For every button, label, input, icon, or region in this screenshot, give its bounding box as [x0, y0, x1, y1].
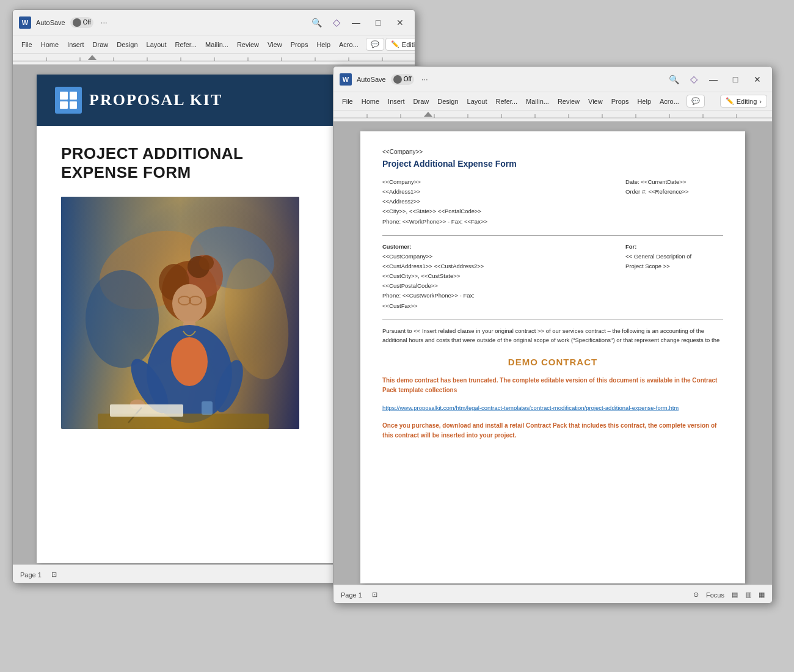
- order-line: Order #: <<Reference>>: [625, 187, 723, 197]
- demo-link[interactable]: https://www.proposalkit.com/htm/legal-co…: [382, 404, 723, 412]
- focus-icon-front[interactable]: ⊙: [693, 591, 699, 599]
- word-window-front: W AutoSave Off ··· 🔍 ◇ — □ ✕ File Home I…: [333, 66, 773, 604]
- svg-rect-37: [110, 404, 183, 417]
- menu-home-back[interactable]: Home: [37, 39, 62, 50]
- svg-rect-40: [333, 111, 772, 122]
- comment-btn-back[interactable]: 💬: [366, 38, 384, 51]
- layout-icon-2-front[interactable]: ▥: [745, 591, 751, 599]
- toggle-state-front: Off: [404, 76, 412, 82]
- status-right-front: ⊙ Focus ▤ ▥ ▦: [693, 591, 765, 599]
- menu-acro-back[interactable]: Acro...: [335, 39, 362, 50]
- cover-title: Project Additional Expense Form: [61, 144, 366, 182]
- menu-acro-front[interactable]: Acro...: [656, 96, 683, 107]
- logo-cell-4: [70, 101, 78, 109]
- close-btn-front[interactable]: ✕: [749, 73, 766, 86]
- menu-props-front[interactable]: Props: [608, 96, 633, 107]
- menu-design-front[interactable]: Design: [434, 96, 462, 107]
- logo-cell-1: [60, 92, 68, 100]
- focus-label-front: Focus: [706, 591, 724, 599]
- logo-icon: [55, 87, 82, 114]
- doc-page-front: <<Company>> Project Additional Expense F…: [360, 131, 745, 583]
- cust-postal: <<CustPostalCode>>: [382, 281, 601, 291]
- ruler-front: [333, 111, 772, 122]
- layout-icon-1-front[interactable]: ▤: [732, 591, 738, 599]
- menu-help-back[interactable]: Help: [313, 39, 334, 50]
- menu-draw-back[interactable]: Draw: [89, 39, 112, 50]
- date-line: Date: <<CurrentDate>>: [625, 177, 723, 187]
- menu-draw-front[interactable]: Draw: [410, 96, 433, 107]
- editing-label-front: Editing: [737, 98, 757, 105]
- menu-insert-back[interactable]: Insert: [64, 39, 88, 50]
- search-icon-front[interactable]: 🔍: [669, 75, 679, 84]
- autosave-toggle-back[interactable]: Off: [70, 17, 93, 28]
- status-bar-front: Page 1 ⊡ ⊙ Focus ▤ ▥ ▦: [333, 585, 772, 604]
- menu-file-front[interactable]: File: [338, 96, 357, 107]
- diamond-icon-back: ◇: [333, 16, 340, 28]
- logo-cell-3: [60, 101, 68, 109]
- doc-area-front: <<Company>> Project Additional Expense F…: [333, 122, 772, 585]
- chevron-editing-front: ›: [759, 98, 762, 105]
- editing-btn-front[interactable]: ✏️ Editing ›: [720, 95, 767, 108]
- status-icon-1-back[interactable]: ⊡: [51, 571, 57, 579]
- doc-info-grid: <<Company>> <<Address1>> <<Address2>> <<…: [382, 177, 723, 227]
- for-value-2: Project Scope >>: [625, 261, 723, 271]
- toggle-dot-back: [73, 18, 81, 27]
- menu-mail-back[interactable]: Mailin...: [202, 39, 232, 50]
- logo-grid: [60, 92, 77, 109]
- autosave-label-front: AutoSave: [357, 76, 386, 83]
- svg-point-32: [171, 337, 208, 386]
- cover-illustration: [61, 197, 299, 429]
- layout-icon-3-front[interactable]: ▦: [759, 591, 765, 599]
- toggle-dot-front: [393, 75, 402, 84]
- comment-btn-front[interactable]: 💬: [687, 95, 705, 108]
- menu-home-front[interactable]: Home: [358, 96, 383, 107]
- autosave-label-back: AutoSave: [36, 19, 65, 26]
- maximize-btn-back[interactable]: □: [370, 16, 387, 29]
- logo-cell-2: [70, 92, 78, 100]
- search-icon-back[interactable]: 🔍: [311, 18, 322, 27]
- cust-company: <<CustCompany>>: [382, 252, 601, 261]
- editing-btn-back[interactable]: ✏️ Editing ›: [385, 38, 415, 51]
- minimize-btn-back[interactable]: —: [348, 16, 365, 29]
- cover-title-line2: Expense Form: [61, 163, 366, 182]
- autosave-toggle-front[interactable]: Off: [391, 74, 414, 85]
- menu-help-front[interactable]: Help: [633, 96, 655, 107]
- doc-form-title: Project Additional Expense Form: [382, 159, 723, 169]
- menu-view-front[interactable]: View: [585, 96, 606, 107]
- menu-bar-back: File Home Insert Draw Design Layout Refe…: [13, 35, 415, 54]
- menu-refer-front[interactable]: Refer...: [492, 96, 521, 107]
- page-label-back: Page 1: [20, 571, 42, 579]
- minimize-btn-front[interactable]: —: [705, 73, 722, 86]
- demo-contract-title: DEMO CONTRACT: [382, 357, 723, 367]
- pencil-icon-front: ✏️: [726, 97, 734, 105]
- for-value: << General Description of: [625, 252, 723, 261]
- menu-file-back[interactable]: File: [18, 39, 36, 50]
- menu-review-front[interactable]: Review: [554, 96, 583, 107]
- cover-image: [61, 197, 299, 429]
- menu-refer-back[interactable]: Refer...: [172, 39, 200, 50]
- maximize-btn-front[interactable]: □: [727, 73, 744, 86]
- close-btn-back[interactable]: ✕: [392, 16, 409, 29]
- phone-fax-line: Phone: <<WorkPhone>> - Fax: <<Fax>>: [382, 217, 601, 227]
- order-value: <<Reference>>: [649, 188, 689, 195]
- word-icon-back: W: [19, 16, 31, 29]
- menu-layout-front[interactable]: Layout: [464, 96, 491, 107]
- menu-review-back[interactable]: Review: [233, 39, 263, 50]
- page-label-front: Page 1: [341, 591, 362, 599]
- expand-back[interactable]: ···: [101, 18, 107, 27]
- menu-view-back[interactable]: View: [264, 39, 286, 50]
- menu-props-back[interactable]: Props: [287, 39, 312, 50]
- menu-insert-front[interactable]: Insert: [384, 96, 409, 107]
- svg-rect-0: [13, 54, 415, 65]
- doc-paragraph: Pursuant to << Insert related clause in …: [382, 326, 723, 345]
- date-value: <<CurrentDate>>: [641, 178, 686, 185]
- diamond-icon-front: ◇: [690, 73, 697, 85]
- menu-mail-front[interactable]: Mailin...: [522, 96, 553, 107]
- pencil-icon-back: ✏️: [391, 40, 399, 48]
- expand-front[interactable]: ···: [421, 75, 428, 84]
- menu-layout-back[interactable]: Layout: [143, 39, 170, 50]
- title-bar-front: W AutoSave Off ··· 🔍 ◇ — □ ✕: [333, 67, 772, 92]
- menu-design-back[interactable]: Design: [113, 39, 141, 50]
- divider-1: [382, 235, 723, 236]
- status-icon-1-front[interactable]: ⊡: [372, 591, 377, 599]
